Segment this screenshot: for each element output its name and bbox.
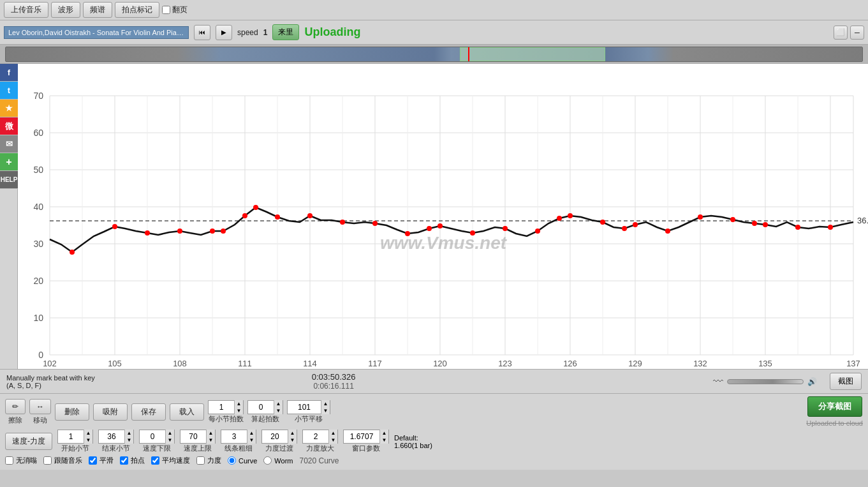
beats-per-bar-up[interactable]: ▲ bbox=[234, 400, 243, 407]
avg-speed-label[interactable]: 平均速度 bbox=[151, 456, 190, 465]
waveform-container[interactable] bbox=[5, 47, 863, 62]
restore-button[interactable]: ─ bbox=[850, 26, 864, 40]
add-button[interactable]: + bbox=[0, 153, 18, 171]
smooth-cb-label[interactable]: 平滑 bbox=[89, 456, 114, 465]
window-param-down[interactable]: ▼ bbox=[379, 437, 388, 444]
beats-per-bar-label: 每小节拍数 bbox=[209, 414, 244, 424]
click-beats-up[interactable]: ▲ bbox=[274, 400, 283, 407]
volume-area: 〰 🔊 bbox=[713, 376, 817, 387]
mail-button[interactable]: ✉ bbox=[0, 135, 18, 153]
screenshot-button[interactable]: 截图 bbox=[830, 373, 862, 390]
hint-text2: (A, S, D, F) bbox=[6, 382, 95, 389]
smooth-checkbox[interactable] bbox=[89, 456, 97, 465]
avg-speed-checkbox[interactable] bbox=[151, 456, 159, 465]
amplify-input[interactable]: 2 ▲ ▼ bbox=[302, 430, 338, 444]
svg-point-81 bbox=[665, 229, 670, 234]
curve-radio[interactable] bbox=[228, 456, 236, 465]
speed-lower-down[interactable]: ▼ bbox=[165, 437, 174, 444]
svg-text:60: 60 bbox=[33, 128, 43, 138]
twitter-button[interactable]: t bbox=[0, 82, 18, 100]
frequency-button[interactable]: 频谱 bbox=[83, 2, 112, 18]
end-bar-down[interactable]: ▼ bbox=[124, 437, 133, 444]
speed-lower-up[interactable]: ▲ bbox=[165, 430, 174, 437]
no-mute-checkbox[interactable] bbox=[5, 456, 13, 465]
share-button[interactable]: 分享截图 bbox=[807, 396, 862, 417]
svg-text:135: 135 bbox=[758, 359, 772, 368]
save-button[interactable]: 保存 bbox=[131, 403, 166, 421]
absorb-button[interactable]: 吸附 bbox=[93, 403, 128, 421]
speed-upper-down[interactable]: ▼ bbox=[206, 437, 215, 444]
click-beats-input[interactable]: 0 ▲ ▼ bbox=[247, 400, 283, 414]
bar-count-group: 101 ▲ ▼ 小节平移 bbox=[287, 400, 330, 424]
weibo-button[interactable]: 微 bbox=[0, 117, 18, 135]
start-bar-input[interactable]: 1 ▲ ▼ bbox=[57, 430, 93, 444]
worm-radio-label[interactable]: Worm bbox=[263, 456, 293, 465]
waveform-button[interactable]: 波形 bbox=[51, 2, 80, 18]
help-button[interactable]: HELP bbox=[0, 171, 18, 189]
import-button[interactable]: 载入 bbox=[170, 403, 204, 421]
beat-point-label[interactable]: 拍点 bbox=[120, 456, 145, 465]
worm-radio[interactable] bbox=[263, 456, 272, 465]
force-label[interactable]: 力度 bbox=[196, 456, 221, 465]
beat-point-checkbox[interactable] bbox=[120, 456, 128, 465]
beat-mark-button[interactable]: 拍点标记 bbox=[115, 2, 159, 18]
track-title: Lev Oborin,David Oistrakh - Sonata For V… bbox=[4, 26, 189, 39]
delete-button[interactable]: 删除 bbox=[55, 403, 89, 421]
erase-button[interactable]: ✏ bbox=[5, 399, 26, 414]
loop-button[interactable]: 来里 bbox=[272, 24, 299, 40]
play-button[interactable]: ▶ bbox=[216, 25, 232, 40]
smooth-down[interactable]: ▼ bbox=[288, 437, 297, 444]
window-param-input[interactable]: 1.6707 ▲ ▼ bbox=[343, 430, 389, 444]
line-width-input[interactable]: 3 ▲ ▼ bbox=[221, 430, 256, 444]
volume-slider[interactable] bbox=[727, 379, 804, 384]
window-param-value: 1.6707 bbox=[344, 432, 379, 441]
speed-upper-input[interactable]: 70 ▲ ▼ bbox=[180, 430, 216, 444]
page-checkbox[interactable] bbox=[162, 6, 170, 14]
speed-lower-group: 0 ▲ ▼ 速度下限 bbox=[139, 430, 175, 453]
favorite-button[interactable]: ★ bbox=[0, 100, 18, 117]
svg-text:30: 30 bbox=[33, 239, 43, 249]
window-param-up[interactable]: ▲ bbox=[379, 430, 388, 437]
svg-text:108: 108 bbox=[173, 359, 187, 368]
end-bar-up[interactable]: ▲ bbox=[124, 430, 133, 437]
bar-count-input[interactable]: 101 ▲ ▼ bbox=[287, 400, 330, 414]
speed-label: speed bbox=[237, 28, 258, 37]
start-bar-up[interactable]: ▲ bbox=[84, 430, 92, 437]
follow-music-label[interactable]: 跟随音乐 bbox=[43, 456, 82, 465]
end-bar-input[interactable]: 36 ▲ ▼ bbox=[98, 430, 134, 444]
page-checkbox-label[interactable]: 翻页 bbox=[162, 4, 188, 15]
curve-radio-label[interactable]: Curve bbox=[228, 456, 257, 465]
beats-per-bar-input[interactable]: 1 ▲ ▼ bbox=[208, 400, 244, 414]
bar-count-down[interactable]: ▼ bbox=[321, 407, 330, 414]
rewind-button[interactable]: ⏮ bbox=[194, 25, 210, 40]
speed-lower-input[interactable]: 0 ▲ ▼ bbox=[139, 430, 175, 444]
move-button[interactable]: ↔ bbox=[29, 399, 51, 414]
window-param-group: 1.6707 ▲ ▼ 窗口参数 bbox=[343, 430, 389, 453]
beats-per-bar-down[interactable]: ▼ bbox=[234, 407, 243, 414]
line-width-up[interactable]: ▲ bbox=[247, 430, 256, 437]
smooth-input[interactable]: 20 ▲ ▼ bbox=[261, 430, 297, 444]
follow-music-checkbox[interactable] bbox=[43, 456, 52, 465]
bar-count-label: 小节平移 bbox=[295, 414, 323, 424]
no-mute-label[interactable]: 无消嗡 bbox=[5, 456, 37, 465]
click-beats-down[interactable]: ▼ bbox=[274, 407, 283, 414]
svg-point-75 bbox=[535, 229, 540, 234]
waveform-overview bbox=[0, 45, 868, 64]
start-bar-down[interactable]: ▼ bbox=[84, 437, 92, 444]
curve-text: 7020 Curve bbox=[299, 456, 339, 465]
speed-upper-up[interactable]: ▲ bbox=[206, 430, 215, 437]
svg-point-86 bbox=[795, 225, 800, 230]
amplify-down[interactable]: ▼ bbox=[328, 437, 337, 444]
svg-text:www.Vmus.net: www.Vmus.net bbox=[380, 233, 508, 253]
force-checkbox[interactable] bbox=[196, 456, 205, 465]
amplify-up[interactable]: ▲ bbox=[328, 430, 337, 437]
maximize-button[interactable]: ⬜ bbox=[834, 26, 848, 40]
line-width-down[interactable]: ▼ bbox=[247, 437, 256, 444]
svg-point-58 bbox=[70, 250, 75, 255]
smooth-up[interactable]: ▲ bbox=[288, 430, 297, 437]
svg-point-83 bbox=[730, 217, 735, 222]
facebook-button[interactable]: f bbox=[0, 64, 18, 82]
upload-music-button[interactable]: 上传音乐 bbox=[4, 2, 48, 18]
speed-tempo-button[interactable]: 速度-力度 bbox=[5, 433, 52, 450]
bar-count-up[interactable]: ▲ bbox=[321, 400, 330, 407]
